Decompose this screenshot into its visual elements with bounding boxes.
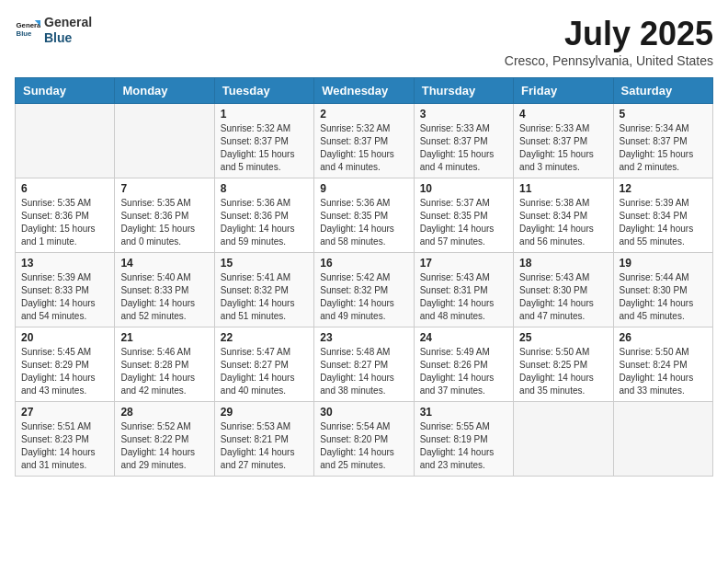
day-info: Sunrise: 5:40 AM Sunset: 8:33 PM Dayligh… — [120, 271, 208, 323]
calendar-cell: 20Sunrise: 5:45 AM Sunset: 8:29 PM Dayli… — [16, 327, 115, 402]
day-info: Sunrise: 5:46 AM Sunset: 8:28 PM Dayligh… — [120, 346, 208, 397]
calendar-week-row: 27Sunrise: 5:51 AM Sunset: 8:23 PM Dayli… — [16, 402, 713, 477]
logo: General Blue General Blue — [15, 15, 92, 46]
calendar-cell: 14Sunrise: 5:40 AM Sunset: 8:33 PM Dayli… — [115, 253, 214, 327]
logo-blue: Blue — [44, 30, 92, 46]
day-info: Sunrise: 5:50 AM Sunset: 8:25 PM Dayligh… — [519, 346, 607, 397]
calendar-cell: 16Sunrise: 5:42 AM Sunset: 8:32 PM Dayli… — [314, 253, 414, 327]
day-info: Sunrise: 5:38 AM Sunset: 8:34 PM Dayligh… — [519, 197, 607, 248]
day-info: Sunrise: 5:36 AM Sunset: 8:36 PM Dayligh… — [221, 197, 308, 248]
day-info: Sunrise: 5:45 AM Sunset: 8:29 PM Dayligh… — [21, 346, 108, 397]
day-number: 7 — [120, 182, 208, 195]
logo-general: General — [44, 15, 92, 30]
calendar-cell — [613, 402, 712, 477]
day-number: 15 — [221, 257, 308, 270]
day-number: 6 — [21, 182, 108, 195]
calendar-table: SundayMondayTuesdayWednesdayThursdayFrid… — [15, 77, 713, 477]
calendar-cell: 25Sunrise: 5:50 AM Sunset: 8:25 PM Dayli… — [514, 327, 613, 402]
day-number: 28 — [120, 406, 208, 419]
day-info: Sunrise: 5:43 AM Sunset: 8:30 PM Dayligh… — [519, 271, 607, 323]
calendar-cell: 8Sunrise: 5:36 AM Sunset: 8:36 PM Daylig… — [214, 178, 313, 253]
day-number: 24 — [420, 331, 507, 344]
day-number: 29 — [221, 406, 308, 419]
page-header: General Blue General Blue July 2025 Cres… — [15, 15, 713, 68]
calendar-cell: 1Sunrise: 5:32 AM Sunset: 8:37 PM Daylig… — [214, 104, 313, 178]
calendar-cell: 26Sunrise: 5:50 AM Sunset: 8:24 PM Dayli… — [613, 327, 712, 402]
calendar-cell: 23Sunrise: 5:48 AM Sunset: 8:27 PM Dayli… — [314, 327, 414, 402]
day-number: 25 — [519, 331, 607, 344]
weekday-header-thursday: Thursday — [414, 78, 513, 104]
day-info: Sunrise: 5:53 AM Sunset: 8:21 PM Dayligh… — [221, 420, 308, 472]
calendar-week-row: 6Sunrise: 5:35 AM Sunset: 8:36 PM Daylig… — [16, 178, 713, 253]
day-info: Sunrise: 5:48 AM Sunset: 8:27 PM Dayligh… — [320, 346, 407, 397]
day-number: 12 — [620, 182, 707, 195]
calendar-cell: 29Sunrise: 5:53 AM Sunset: 8:21 PM Dayli… — [214, 402, 313, 477]
day-number: 1 — [221, 108, 308, 121]
calendar-week-row: 1Sunrise: 5:32 AM Sunset: 8:37 PM Daylig… — [16, 104, 713, 178]
day-info: Sunrise: 5:51 AM Sunset: 8:23 PM Dayligh… — [21, 420, 108, 472]
day-number: 8 — [221, 182, 308, 195]
day-number: 4 — [519, 108, 607, 121]
calendar-cell: 10Sunrise: 5:37 AM Sunset: 8:35 PM Dayli… — [414, 178, 513, 253]
day-info: Sunrise: 5:52 AM Sunset: 8:22 PM Dayligh… — [120, 420, 208, 472]
svg-text:Blue: Blue — [17, 29, 33, 38]
weekday-header-monday: Monday — [115, 78, 214, 104]
day-number: 14 — [120, 257, 208, 270]
calendar-cell: 19Sunrise: 5:44 AM Sunset: 8:30 PM Dayli… — [613, 253, 712, 327]
day-info: Sunrise: 5:32 AM Sunset: 8:37 PM Dayligh… — [221, 122, 308, 174]
logo-text: General Blue — [44, 15, 92, 46]
weekday-header-row: SundayMondayTuesdayWednesdayThursdayFrid… — [16, 78, 713, 104]
day-info: Sunrise: 5:33 AM Sunset: 8:37 PM Dayligh… — [519, 122, 607, 174]
day-info: Sunrise: 5:36 AM Sunset: 8:35 PM Dayligh… — [320, 197, 407, 248]
day-number: 11 — [519, 182, 607, 195]
calendar-week-row: 20Sunrise: 5:45 AM Sunset: 8:29 PM Dayli… — [16, 327, 713, 402]
calendar-cell — [514, 402, 613, 477]
calendar-cell: 3Sunrise: 5:33 AM Sunset: 8:37 PM Daylig… — [414, 104, 513, 178]
day-info: Sunrise: 5:47 AM Sunset: 8:27 PM Dayligh… — [221, 346, 308, 397]
weekday-header-sunday: Sunday — [16, 78, 115, 104]
calendar-week-row: 13Sunrise: 5:39 AM Sunset: 8:33 PM Dayli… — [16, 253, 713, 327]
weekday-header-friday: Friday — [514, 78, 613, 104]
day-info: Sunrise: 5:55 AM Sunset: 8:19 PM Dayligh… — [420, 420, 507, 472]
location: Cresco, Pennsylvania, United States — [505, 53, 713, 68]
day-info: Sunrise: 5:50 AM Sunset: 8:24 PM Dayligh… — [620, 346, 707, 397]
calendar-cell: 17Sunrise: 5:43 AM Sunset: 8:31 PM Dayli… — [414, 253, 513, 327]
calendar-cell: 30Sunrise: 5:54 AM Sunset: 8:20 PM Dayli… — [314, 402, 414, 477]
day-info: Sunrise: 5:39 AM Sunset: 8:33 PM Dayligh… — [21, 271, 108, 323]
day-number: 20 — [21, 331, 108, 344]
calendar-cell: 7Sunrise: 5:35 AM Sunset: 8:36 PM Daylig… — [115, 178, 214, 253]
calendar-cell: 2Sunrise: 5:32 AM Sunset: 8:37 PM Daylig… — [314, 104, 414, 178]
weekday-header-tuesday: Tuesday — [214, 78, 313, 104]
day-number: 22 — [221, 331, 308, 344]
day-number: 13 — [21, 257, 108, 270]
day-number: 9 — [320, 182, 407, 195]
day-info: Sunrise: 5:35 AM Sunset: 8:36 PM Dayligh… — [120, 197, 208, 248]
calendar-cell: 22Sunrise: 5:47 AM Sunset: 8:27 PM Dayli… — [214, 327, 313, 402]
calendar-cell: 15Sunrise: 5:41 AM Sunset: 8:32 PM Dayli… — [214, 253, 313, 327]
day-info: Sunrise: 5:33 AM Sunset: 8:37 PM Dayligh… — [420, 122, 507, 174]
calendar-cell: 13Sunrise: 5:39 AM Sunset: 8:33 PM Dayli… — [16, 253, 115, 327]
day-number: 18 — [519, 257, 607, 270]
calendar-cell: 21Sunrise: 5:46 AM Sunset: 8:28 PM Dayli… — [115, 327, 214, 402]
calendar-cell: 5Sunrise: 5:34 AM Sunset: 8:37 PM Daylig… — [613, 104, 712, 178]
day-number: 10 — [420, 182, 507, 195]
calendar-cell: 27Sunrise: 5:51 AM Sunset: 8:23 PM Dayli… — [16, 402, 115, 477]
weekday-header-saturday: Saturday — [613, 78, 712, 104]
day-number: 19 — [620, 257, 707, 270]
calendar-cell — [16, 104, 115, 178]
calendar-cell: 11Sunrise: 5:38 AM Sunset: 8:34 PM Dayli… — [514, 178, 613, 253]
calendar-cell: 24Sunrise: 5:49 AM Sunset: 8:26 PM Dayli… — [414, 327, 513, 402]
day-info: Sunrise: 5:41 AM Sunset: 8:32 PM Dayligh… — [221, 271, 308, 323]
day-info: Sunrise: 5:32 AM Sunset: 8:37 PM Dayligh… — [320, 122, 407, 174]
logo-icon: General Blue — [15, 17, 40, 43]
month-title: July 2025 — [505, 15, 713, 53]
weekday-header-wednesday: Wednesday — [314, 78, 414, 104]
day-number: 16 — [320, 257, 407, 270]
day-info: Sunrise: 5:35 AM Sunset: 8:36 PM Dayligh… — [21, 197, 108, 248]
day-number: 30 — [320, 406, 407, 419]
day-info: Sunrise: 5:37 AM Sunset: 8:35 PM Dayligh… — [420, 197, 507, 248]
day-number: 23 — [320, 331, 407, 344]
title-block: July 2025 Cresco, Pennsylvania, United S… — [505, 15, 713, 68]
day-number: 26 — [620, 331, 707, 344]
day-number: 21 — [120, 331, 208, 344]
